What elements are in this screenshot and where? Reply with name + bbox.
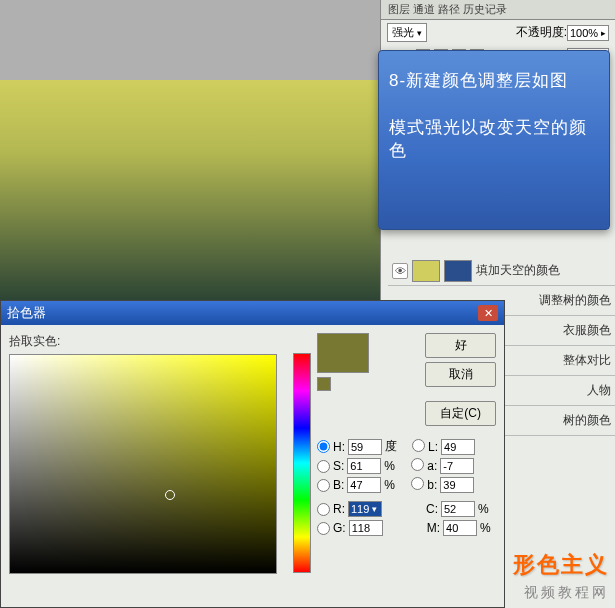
l-input[interactable]: 49 — [441, 439, 475, 455]
layer-row[interactable]: 👁 填加天空的颜色 — [388, 256, 615, 286]
color-picker-dialog: 拾色器 ✕ 拾取实色: 好 取消 自定(C) — [0, 300, 505, 608]
c-label: C: — [426, 502, 438, 516]
b-unit: % — [384, 478, 398, 492]
l-radio[interactable] — [412, 439, 425, 452]
r-label: R: — [333, 502, 345, 516]
s-input[interactable]: 61 — [347, 458, 381, 474]
c-unit: % — [478, 502, 489, 516]
close-icon[interactable]: ✕ — [478, 305, 498, 321]
callout-text-1: 8-新建颜色调整层如图 — [389, 69, 599, 92]
panel-tabs[interactable]: 图层 通道 路径 历史记录 — [381, 0, 615, 20]
dialog-title: 拾色器 — [7, 304, 46, 322]
canvas-background — [0, 0, 380, 80]
r-radio[interactable] — [317, 503, 330, 516]
g-input[interactable]: 118 — [349, 520, 383, 536]
b2-radio[interactable] — [411, 477, 424, 490]
watermark-text: 视频教程网 — [524, 584, 609, 602]
annotation-callout: 8-新建颜色调整层如图 模式强光以改变天空的颜色 — [378, 50, 610, 230]
g-label: G: — [333, 521, 346, 535]
m-unit: % — [480, 521, 491, 535]
layer-name[interactable]: 填加天空的颜色 — [476, 262, 560, 279]
color-field[interactable] — [9, 354, 277, 574]
hue-slider[interactable] — [293, 353, 311, 573]
color-cursor[interactable] — [165, 490, 175, 500]
document-image[interactable] — [0, 80, 380, 320]
callout-text-2: 模式强光以改变天空的颜色 — [389, 116, 599, 162]
color-preview — [317, 333, 369, 373]
picker-label: 拾取实色: — [9, 333, 287, 350]
h-unit: 度 — [385, 438, 399, 455]
cancel-button[interactable]: 取消 — [425, 362, 496, 387]
ok-button[interactable]: 好 — [425, 333, 496, 358]
opacity-value[interactable]: 100% — [567, 25, 609, 41]
b-input[interactable]: 47 — [347, 477, 381, 493]
layer-mask-thumb — [444, 260, 472, 282]
b2-label: b: — [427, 478, 437, 492]
b-radio[interactable] — [317, 479, 330, 492]
layer-name[interactable]: 人物 — [587, 382, 611, 399]
a-label: a: — [427, 459, 437, 473]
color-preview-small — [317, 377, 331, 391]
b2-input[interactable]: 39 — [440, 477, 474, 493]
a-input[interactable]: -7 — [440, 458, 474, 474]
layer-name[interactable]: 树的颜色 — [563, 412, 611, 429]
h-input[interactable]: 59 — [348, 439, 382, 455]
s-unit: % — [384, 459, 398, 473]
layer-thumb — [412, 260, 440, 282]
b-label: B: — [333, 478, 344, 492]
c-input[interactable]: 52 — [441, 501, 475, 517]
layer-name[interactable]: 调整树的颜色 — [539, 292, 611, 309]
r-input[interactable]: 119 — [348, 501, 382, 517]
tab-layers[interactable]: 图层 通道 路径 历史记录 — [388, 2, 507, 17]
h-label: H: — [333, 440, 345, 454]
visibility-icon[interactable]: 👁 — [392, 263, 408, 279]
s-label: S: — [333, 459, 344, 473]
watermark-logo: 形色主义 — [513, 550, 609, 580]
dialog-titlebar[interactable]: 拾色器 ✕ — [1, 301, 504, 325]
layer-name[interactable]: 衣服颜色 — [563, 322, 611, 339]
l-label: L: — [428, 440, 438, 454]
opacity-label: 不透明度: — [516, 24, 567, 41]
layer-name[interactable]: 整体对比 — [563, 352, 611, 369]
m-label: M: — [427, 521, 440, 535]
a-radio[interactable] — [411, 458, 424, 471]
s-radio[interactable] — [317, 460, 330, 473]
g-radio[interactable] — [317, 522, 330, 535]
custom-button[interactable]: 自定(C) — [425, 401, 496, 426]
blend-mode-select[interactable]: 强光 — [387, 23, 427, 42]
h-radio[interactable] — [317, 440, 330, 453]
m-input[interactable]: 40 — [443, 520, 477, 536]
